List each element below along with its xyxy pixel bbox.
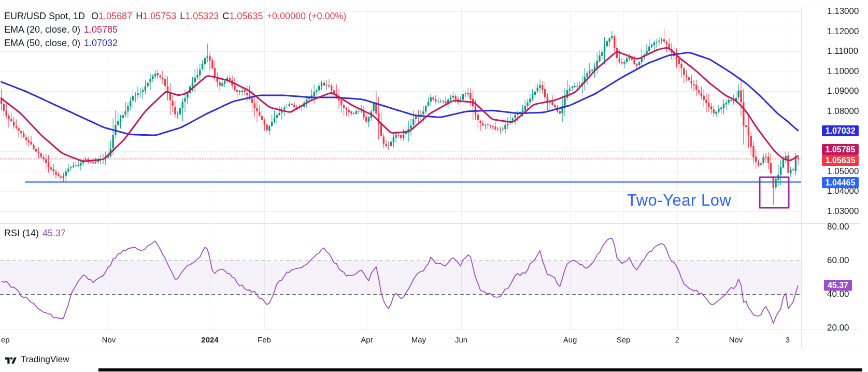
close-value: C1.05635: [222, 11, 263, 22]
ema50-row[interactable]: EMA (50, close, 0) 1.07032: [4, 36, 347, 50]
time-tick-label: Nov: [729, 335, 743, 345]
last-price-badge: 1.05635: [822, 155, 859, 166]
tradingview-logo-icon[interactable]: [5, 355, 17, 364]
ema20-row[interactable]: EMA (20, close, 0) 1.05785: [4, 23, 347, 36]
price-tick-label: 1.03000: [827, 206, 859, 217]
rsi-tick-label: 60.00: [827, 255, 849, 266]
symbol-row[interactable]: EUR/USD Spot, 1D O1.05687 H1.05753 L1.05…: [4, 9, 347, 23]
time-tick-label: Feb: [258, 335, 271, 345]
price-tick-label: 1.12000: [827, 26, 859, 37]
time-tick-label: Sep: [617, 335, 631, 345]
ema50-value: 1.07032: [84, 38, 118, 49]
chart-canvas[interactable]: [0, 0, 868, 372]
price-tick-label: 1.09000: [827, 86, 859, 96]
support-price-badge: 1.04465: [822, 177, 859, 188]
ema20-price-badge: 1.05785: [822, 144, 859, 155]
rsi-legend[interactable]: RSI (14) 45.37: [4, 227, 66, 239]
time-tick-label: Aug: [563, 335, 577, 345]
time-tick-label: Nov: [102, 335, 116, 345]
rsi-value: 45.37: [42, 228, 66, 239]
ema50-label: EMA (50, close, 0): [4, 38, 80, 49]
price-tick-label: 1.10000: [827, 66, 859, 77]
time-tick-label: May: [411, 335, 426, 345]
rsi-tick-label: 20.00: [827, 323, 849, 333]
time-tick-label: Jun: [455, 335, 467, 345]
rsi-label: RSI (14): [4, 228, 39, 239]
price-tick-label: 1.13000: [827, 6, 859, 17]
time-tick-label: Apr: [361, 335, 373, 345]
bottom-black-bar: [98, 368, 862, 371]
footer: TradingView: [5, 354, 69, 365]
two-year-low-annotation[interactable]: Two-Year Low: [627, 192, 731, 209]
rsi-value-badge: 45.37: [824, 280, 852, 291]
price-tick-label: 1.11000: [827, 46, 858, 56]
rsi-tick-label: 80.00: [827, 222, 849, 232]
ema20-value: 1.05785: [84, 24, 118, 35]
open-value: O1.05687: [91, 11, 132, 22]
time-tick-label: 3: [786, 335, 790, 345]
price-tick-label: 1.05000: [827, 166, 859, 177]
ema20-label: EMA (20, close, 0): [4, 24, 80, 35]
time-tick-label: ep: [1, 335, 10, 345]
price-tick-label: 1.08000: [827, 106, 859, 117]
ema50-price-badge: 1.07032: [822, 125, 859, 136]
symbol-title[interactable]: EUR/USD Spot, 1D: [4, 11, 85, 22]
low-value: L1.05323: [180, 11, 219, 22]
symbol-legend: EUR/USD Spot, 1D O1.05687 H1.05753 L1.05…: [4, 9, 347, 50]
tradingview-brand[interactable]: TradingView: [21, 354, 69, 365]
high-value: H1.05753: [136, 11, 176, 22]
time-tick-label: 2: [675, 335, 679, 345]
time-tick-label: 2024: [201, 335, 218, 345]
change-value: +0.00000 (+0.00%): [266, 11, 346, 22]
tradingview-chart: EUR/USD Spot, 1D O1.05687 H1.05753 L1.05…: [0, 0, 868, 372]
